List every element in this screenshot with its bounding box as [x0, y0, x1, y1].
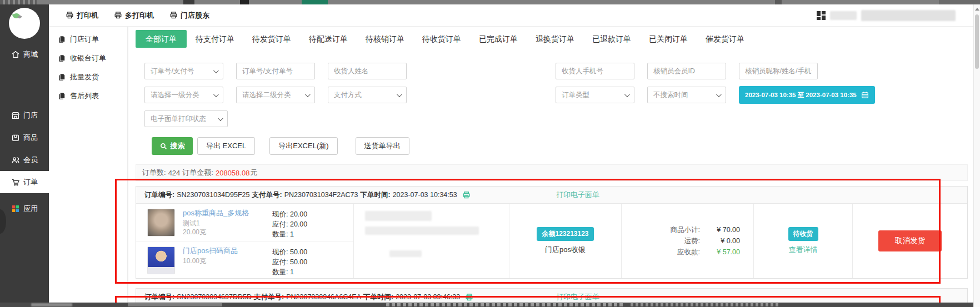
order-no-type-select[interactable]: 订单号/支付号 — [144, 63, 223, 79]
redacted-customer-name — [365, 211, 432, 221]
product-image[interactable] — [147, 246, 175, 274]
vertical-scrollbar[interactable] — [973, 4, 980, 307]
shipping-row: 运费: ¥ 0.00 — [622, 235, 740, 246]
sidebar-item-members[interactable]: 会员 — [0, 149, 49, 171]
receivable-row: 应收款: ¥ 57.00 — [622, 246, 740, 258]
payment-method-select[interactable]: 支付方式 — [328, 87, 407, 103]
order-filters: 订单号/支付号 请选择一级分类 请选择二级分类 — [144, 63, 972, 127]
sidebar-item-label: 门店 — [23, 110, 38, 120]
product-name-link[interactable]: pos称重商品_多规格 — [183, 209, 266, 218]
order-status-badge: 待收货 — [788, 227, 818, 241]
order-status-column: 待收货 查看详情 — [754, 204, 853, 278]
order-payment-column: 余额123213123 门店pos收银 — [509, 204, 622, 278]
select-value: 不搜索时间 — [653, 90, 688, 100]
view-details-link[interactable]: 查看详情 — [789, 245, 818, 255]
category-level1-select[interactable]: 请选择一级分类 — [144, 87, 223, 103]
waybill-print-status-select[interactable]: 电子面单打印状态 — [144, 110, 228, 127]
order-time-value: 2023-07-03 10:34:53 — [393, 191, 457, 199]
export-excel-new-button[interactable]: 导出EXCEL(新) — [269, 137, 337, 155]
tab-pending-verification[interactable]: 待核销订单 — [357, 30, 413, 48]
category-level2-select[interactable]: 请选择二级分类 — [236, 87, 315, 103]
store-shareholder-button[interactable]: 门店股东 — [169, 11, 209, 21]
redacted-customer-address — [365, 227, 479, 235]
tab-urge-shipment[interactable]: 催发货订单 — [697, 30, 753, 48]
payment-method-text: 门店pos收银 — [545, 245, 586, 255]
time-search-select[interactable]: 不搜索时间 — [647, 87, 726, 103]
print-ewaybill-link[interactable]: 打印电子面单 — [556, 190, 599, 200]
submenu-item-store-orders[interactable]: 门店订单 — [49, 31, 127, 48]
verifier-member-id-input[interactable] — [647, 63, 726, 79]
shipping-value: ¥ 0.00 — [700, 235, 740, 246]
select-value: 支付方式 — [334, 90, 362, 100]
cart-icon — [11, 178, 20, 187]
tab-pending-payment[interactable]: 待支付订单 — [187, 30, 243, 48]
printer-icon — [465, 293, 473, 301]
search-button[interactable]: 搜索 — [152, 137, 193, 155]
subtotal-value: ¥ 70.00 — [700, 224, 740, 235]
scrollbar-thumb[interactable] — [975, 14, 979, 69]
sidebar-item-orders[interactable]: 订单 — [0, 171, 49, 193]
tab-refunded[interactable]: 已退款订单 — [583, 30, 640, 48]
sidebar-item-label: 会员 — [23, 155, 38, 165]
product-image[interactable] — [147, 209, 175, 236]
redacted-account-info — [861, 10, 956, 21]
subtotal-label: 商品小计: — [671, 224, 700, 235]
print-order-icon-button[interactable] — [465, 293, 473, 301]
product-quantity: 数量: 1 — [272, 229, 331, 239]
product-row: 门店pos扫码商品 10.00克 现价: 50.00 应付: 50.00 数量:… — [136, 241, 353, 278]
sidebar-item-store[interactable]: 门店 — [0, 104, 49, 127]
submenu-item-cashier-orders[interactable]: 收银台订单 — [49, 50, 127, 67]
order-type-select[interactable]: 订单类型 — [556, 87, 634, 103]
avatar[interactable] — [9, 8, 40, 39]
submenu-item-aftersales-list[interactable]: 售后列表 — [49, 88, 127, 104]
order-pay-no-input[interactable] — [236, 63, 315, 79]
tab-pending-receipt[interactable]: 待收货订单 — [413, 30, 470, 48]
receivable-value: ¥ 57.00 — [700, 246, 740, 258]
document-icon — [58, 54, 66, 62]
orders-submenu: 门店订单 收银台订单 批量发货 售后列表 — [49, 27, 128, 303]
pay-no-value: PN2307030946A6C4EA — [286, 293, 361, 301]
taskbar-edge-strip — [0, 303, 980, 307]
date-range-button[interactable]: 2023-07-03 10:35 至 2023-07-03 10:35 — [739, 86, 875, 104]
orders-amount-value: 208058.08 — [216, 169, 249, 177]
multi-printer-button[interactable]: 多打印机 — [114, 11, 154, 21]
order-products-column: pos称重商品_多规格 测试1 20.00克 现价: 20.00 应付: 20.… — [136, 204, 354, 278]
sidebar-item-mall[interactable]: 商城 — [0, 43, 49, 66]
multi-printer-button-label: 多打印机 — [125, 11, 154, 21]
product-row: pos称重商品_多规格 测试1 20.00克 现价: 20.00 应付: 20.… — [136, 204, 353, 241]
tab-closed[interactable]: 已关闭订单 — [640, 30, 697, 48]
product-name-link[interactable]: 门店pos扫码商品 — [183, 246, 266, 255]
export-excel-button[interactable]: 导出 EXCEL — [197, 137, 255, 155]
sidebar-item-label: 应用 — [23, 204, 38, 214]
cancel-shipment-button[interactable]: 取消发货 — [878, 230, 942, 251]
tab-pending-delivery[interactable]: 待配送订单 — [300, 30, 357, 48]
print-order-icon-button[interactable] — [462, 191, 471, 199]
tab-completed[interactable]: 已完成订单 — [470, 30, 527, 48]
receiver-name-input[interactable] — [328, 63, 407, 79]
main-sidebar: 商城 门店 商品 会员 订单 应用 — [0, 4, 49, 307]
browser-active-tab-fragment — [302, 0, 328, 4]
apps-grid-icon[interactable] — [817, 11, 826, 20]
scrollbar-up-arrow[interactable] — [975, 8, 979, 11]
tab-return-exchange[interactable]: 退换货订单 — [527, 30, 583, 48]
sidebar-item-goods[interactable]: 商品 — [0, 127, 49, 149]
tab-pending-shipment[interactable]: 待发货订单 — [243, 30, 300, 48]
tab-all-orders[interactable]: 全部订单 — [136, 30, 187, 48]
printer-button[interactable]: 打印机 — [66, 11, 98, 21]
order-card-body: pos称重商品_多规格 测试1 20.00克 现价: 20.00 应付: 20.… — [136, 204, 967, 278]
submenu-item-batch-ship[interactable]: 批量发货 — [49, 69, 127, 85]
select-value: 请选择二级分类 — [242, 90, 291, 100]
filter-row-3: 电子面单打印状态 — [144, 110, 972, 127]
order-time-value: 2023-07-03 09:46:33 — [396, 293, 460, 301]
browser-tab-fragment — [183, 0, 194, 4]
product-weight: 10.00克 — [183, 256, 266, 265]
receiver-phone-input[interactable] — [556, 63, 634, 79]
product-price-block: 现价: 50.00 应付: 50.00 数量: 1 — [272, 246, 331, 278]
sidebar-item-apps[interactable]: 应用 — [0, 198, 49, 220]
print-ewaybill-link[interactable]: 打印电子面单 — [556, 292, 599, 302]
verifier-name-input[interactable] — [739, 63, 818, 79]
order-management-screen: 商城 门店 商品 会员 订单 应用 打印机 多打印机 — [0, 0, 980, 307]
chevron-down-icon — [624, 92, 630, 97]
delivery-note-export-button[interactable]: 送货单导出 — [356, 137, 409, 155]
sidebar-item-label: 商城 — [23, 49, 38, 59]
